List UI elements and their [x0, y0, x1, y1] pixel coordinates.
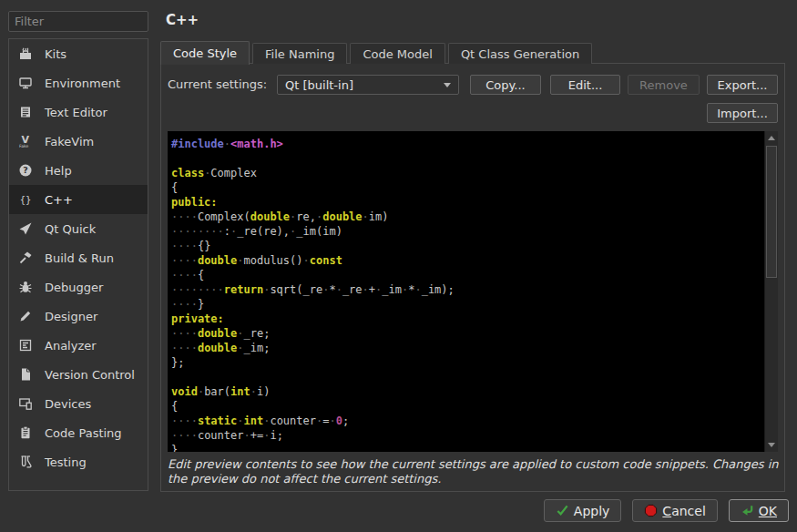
sidebar-item-label: Text Editor [45, 106, 107, 119]
toolbox-icon [17, 46, 34, 62]
code-line: ····static·int·counter·=·0; [171, 414, 764, 428]
svg-text:{}: {} [20, 194, 32, 205]
editor-scrollbar[interactable] [764, 131, 778, 452]
code-line: public: [171, 195, 764, 210]
sidebar-item-label: Code Pasting [45, 426, 122, 440]
sidebar-item-qt-quick[interactable]: Qt Quick [9, 214, 148, 243]
import-button[interactable]: Import... [707, 103, 778, 123]
code-line: ····{} [171, 239, 764, 253]
code-line: }; [171, 355, 764, 370]
tab-code-style[interactable]: Code Style [160, 41, 250, 65]
code-line: ····double·_re; [171, 326, 764, 341]
analyzer-chart-icon [17, 337, 34, 353]
code-line: ········return·sqrt(_re·*·_re·+·_im·*·_i… [171, 282, 764, 297]
apply-button-label: Apply [574, 504, 610, 518]
file-icon [17, 366, 34, 383]
tab-qt-class-generation[interactable]: Qt Class Generation [448, 43, 592, 64]
scroll-down-button[interactable] [765, 438, 778, 452]
devices-icon [17, 395, 34, 412]
code-line: void·bar(int·i) [171, 384, 764, 399]
code-line [171, 151, 764, 166]
page-title: C++ [166, 12, 199, 28]
code-line: ····Complex(double·re,·double·im) [171, 210, 764, 224]
filter-input[interactable] [8, 11, 148, 32]
sidebar-panel: KitsEnvironmentText EditorVFakeFakeVim?H… [8, 38, 148, 491]
check-icon [556, 504, 569, 517]
cancel-button[interactable]: Cancel [632, 499, 717, 522]
code-line: ········:·_re(re),·_im(im) [171, 224, 764, 239]
sidebar-item-label: FakeVim [45, 135, 94, 148]
dialog-button-box: Apply Cancel OK [544, 499, 789, 522]
sidebar-item-version-control[interactable]: Version Control [9, 360, 148, 389]
tab-bar: Code StyleFile NamingCode ModelQt Class … [160, 40, 595, 64]
code-line: ····double·modulus()·const [171, 253, 764, 268]
sidebar-item-label: Help [45, 164, 72, 178]
sidebar-item-build-run[interactable]: Build & Run [9, 243, 148, 272]
edit-button[interactable]: Edit... [550, 75, 620, 95]
code-line: { [171, 399, 764, 414]
current-settings-value: Qt [built-in] [285, 78, 444, 92]
sidebar-item-text-editor[interactable]: Text Editor [9, 97, 148, 127]
export-button[interactable]: Export... [707, 75, 778, 95]
preview-note: Edit preview contents to see how the cur… [168, 457, 783, 486]
scroll-up-button[interactable] [765, 131, 778, 145]
scrollbar-track[interactable] [765, 145, 778, 438]
tab-code-model[interactable]: Code Model [350, 43, 444, 64]
help-icon: ? [17, 162, 34, 179]
tab-file-naming[interactable]: File Naming [252, 43, 347, 64]
sidebar-item-devices[interactable]: Devices [9, 389, 148, 418]
svg-text:?: ? [23, 165, 28, 175]
sidebar-item-label: Designer [45, 310, 97, 323]
code-line: { [171, 180, 764, 195]
tab-content-frame: Current settings: Qt [built-in] Copy... … [160, 63, 785, 492]
sidebar-item-kits[interactable]: Kits [9, 39, 148, 68]
clipboard-icon [17, 425, 34, 441]
sidebar-item-label: C++ [45, 193, 73, 207]
sidebar-item-analyzer[interactable]: Analyzer [9, 331, 148, 360]
code-line: ····} [171, 297, 764, 312]
sidebar-item-debugger[interactable]: Debugger [9, 272, 148, 302]
code-line: ····{ [171, 268, 764, 282]
monitor-icon [17, 75, 34, 91]
test-tube-icon [17, 454, 34, 470]
ok-button-label: OK [759, 504, 777, 518]
sidebar-item-code-pasting[interactable]: Code Pasting [9, 418, 148, 447]
ok-button[interactable]: OK [729, 499, 789, 522]
sidebar-item-label: Testing [45, 455, 87, 469]
sidebar-item-designer[interactable]: Designer [9, 302, 148, 331]
braces-icon: {} [17, 191, 34, 208]
arrow-up-icon [768, 136, 775, 140]
arrow-down-icon [768, 443, 775, 447]
paper-plane-icon [17, 220, 34, 237]
code-line: private: [171, 312, 764, 326]
sidebar-item-cpp[interactable]: {}C++ [9, 185, 148, 214]
sidebar-item-label: Environment [45, 77, 120, 90]
code-preview-editor[interactable]: #include·<math.h> class·Complex{public:·… [168, 131, 778, 452]
sidebar-list: KitsEnvironmentText EditorVFakeFakeVim?H… [9, 39, 148, 476]
code-line: } [171, 443, 764, 452]
stop-icon [644, 504, 658, 517]
current-settings-label: Current settings: [168, 77, 267, 91]
code-area[interactable]: #include·<math.h> class·Complex{public:·… [168, 131, 764, 452]
sidebar-item-environment[interactable]: Environment [9, 68, 148, 97]
code-line: ····double·_im; [171, 341, 764, 355]
cancel-button-label: Cancel [662, 504, 705, 518]
sidebar-item-help[interactable]: ?Help [9, 156, 148, 185]
sidebar-item-label: Debugger [45, 281, 103, 294]
sidebar-item-fakevim[interactable]: VFakeFakeVim [9, 127, 148, 156]
current-settings-select[interactable]: Qt [built-in] [277, 75, 459, 95]
sidebar-item-label: Version Control [45, 368, 135, 382]
chevron-down-icon [444, 83, 451, 87]
sidebar-item-testing[interactable]: Testing [9, 447, 148, 476]
copy-button[interactable]: Copy... [470, 75, 541, 95]
sidebar-item-label: Kits [45, 47, 66, 61]
svg-text:Fake: Fake [19, 144, 28, 148]
apply-button[interactable]: Apply [544, 499, 622, 522]
sidebar-item-label: Build & Run [45, 251, 114, 265]
pencil-icon [17, 308, 34, 324]
hammer-icon [17, 250, 34, 266]
code-line: class·Complex [171, 166, 764, 180]
scrollbar-thumb[interactable] [766, 146, 777, 278]
text-document-icon [17, 104, 34, 120]
remove-button[interactable]: Remove [628, 75, 700, 95]
